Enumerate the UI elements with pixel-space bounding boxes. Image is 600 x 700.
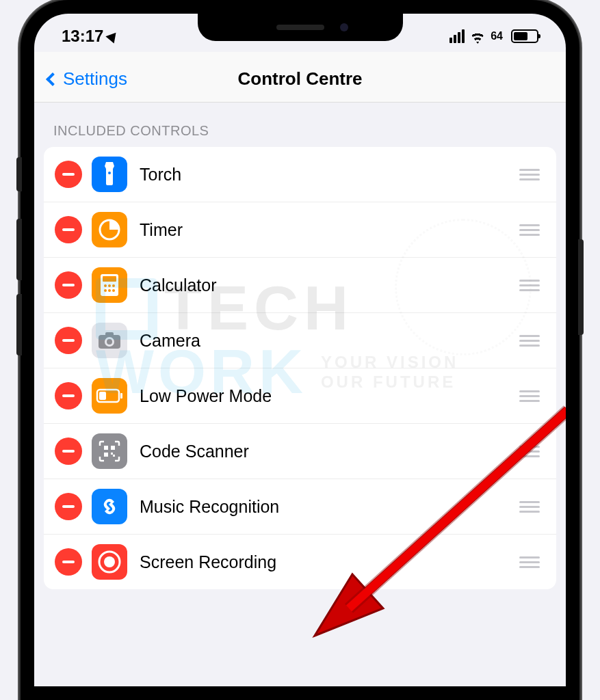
- row-label: Camera: [140, 331, 514, 351]
- timer-icon: [92, 212, 127, 247]
- list-item: Calculator: [44, 258, 556, 313]
- svg-rect-15: [120, 393, 122, 399]
- list-item: Timer: [44, 202, 556, 258]
- svg-point-13: [107, 339, 112, 345]
- cellular-icon: [449, 29, 465, 43]
- phone-frame: 13:17 64 Settings Control Centre: [21, 0, 579, 700]
- wifi-icon: [470, 29, 485, 44]
- drag-handle-icon[interactable]: [514, 224, 545, 236]
- svg-rect-11: [105, 332, 114, 336]
- chevron-left-icon: [46, 72, 60, 86]
- svg-point-9: [112, 289, 115, 292]
- camera-icon: [92, 323, 127, 358]
- list-item: Low Power Mode: [44, 368, 556, 424]
- volume-down-button: [16, 294, 22, 355]
- row-label: Timer: [140, 220, 514, 240]
- row-label: Code Scanner: [140, 442, 514, 461]
- list-item: Screen Recording: [44, 535, 556, 589]
- power-button: [578, 239, 584, 335]
- list-item: Torch: [44, 147, 556, 202]
- svg-rect-3: [103, 276, 116, 282]
- battery-icon: [92, 378, 127, 414]
- svg-rect-16: [99, 392, 106, 400]
- speaker: [276, 25, 324, 30]
- record-icon: [92, 544, 127, 580]
- remove-button[interactable]: [55, 382, 82, 409]
- drag-handle-icon[interactable]: [514, 335, 545, 347]
- included-controls-list: Torch Timer Calculator: [44, 147, 556, 589]
- screen: 13:17 64 Settings Control Centre: [34, 14, 566, 686]
- front-camera: [340, 23, 348, 31]
- svg-rect-19: [104, 453, 108, 457]
- battery-percent: 64: [491, 30, 503, 42]
- drag-handle-icon[interactable]: [514, 280, 545, 291]
- calculator-icon: [92, 267, 127, 303]
- svg-point-5: [108, 284, 111, 287]
- nav-bar: Settings Control Centre: [34, 52, 566, 103]
- svg-rect-18: [111, 446, 115, 450]
- remove-button[interactable]: [55, 271, 82, 299]
- section-header: INCLUDED CONTROLS: [34, 103, 566, 147]
- shazam-icon: [92, 489, 127, 524]
- list-item: Music Recognition: [44, 479, 556, 535]
- row-label: Torch: [140, 165, 514, 185]
- row-label: Calculator: [140, 275, 514, 295]
- back-button[interactable]: Settings: [48, 68, 127, 90]
- svg-point-4: [104, 284, 107, 287]
- drag-handle-icon[interactable]: [514, 169, 545, 180]
- row-label: Music Recognition: [140, 497, 514, 517]
- svg-rect-17: [104, 446, 108, 450]
- drag-handle-icon[interactable]: [514, 556, 545, 568]
- notch: [198, 14, 403, 41]
- remove-button[interactable]: [55, 438, 82, 465]
- drag-handle-icon[interactable]: [514, 446, 545, 457]
- qr-icon: [92, 433, 127, 469]
- drag-handle-icon[interactable]: [514, 390, 545, 402]
- clock: 13:17: [62, 27, 103, 46]
- remove-button[interactable]: [55, 548, 82, 576]
- remove-button[interactable]: [55, 216, 82, 243]
- svg-rect-20: [111, 453, 113, 455]
- back-label: Settings: [63, 68, 127, 90]
- list-item: Camera: [44, 313, 556, 368]
- torch-icon: [92, 157, 127, 192]
- remove-button[interactable]: [55, 327, 82, 354]
- svg-point-7: [104, 289, 107, 292]
- svg-point-6: [112, 284, 115, 287]
- volume-up-button: [16, 219, 22, 280]
- page-title: Control Centre: [238, 68, 363, 90]
- svg-point-22: [97, 494, 122, 519]
- svg-point-0: [108, 172, 111, 174]
- remove-button[interactable]: [55, 161, 82, 188]
- list-item: Code Scanner: [44, 424, 556, 479]
- row-label: Low Power Mode: [140, 386, 514, 406]
- row-label: Screen Recording: [140, 552, 514, 572]
- svg-point-8: [108, 289, 111, 292]
- battery-icon: [511, 29, 538, 43]
- silent-switch: [16, 157, 22, 191]
- location-icon: [106, 29, 120, 43]
- svg-rect-21: [113, 455, 115, 457]
- svg-point-24: [104, 556, 115, 567]
- drag-handle-icon[interactable]: [514, 501, 545, 513]
- remove-button[interactable]: [55, 493, 82, 520]
